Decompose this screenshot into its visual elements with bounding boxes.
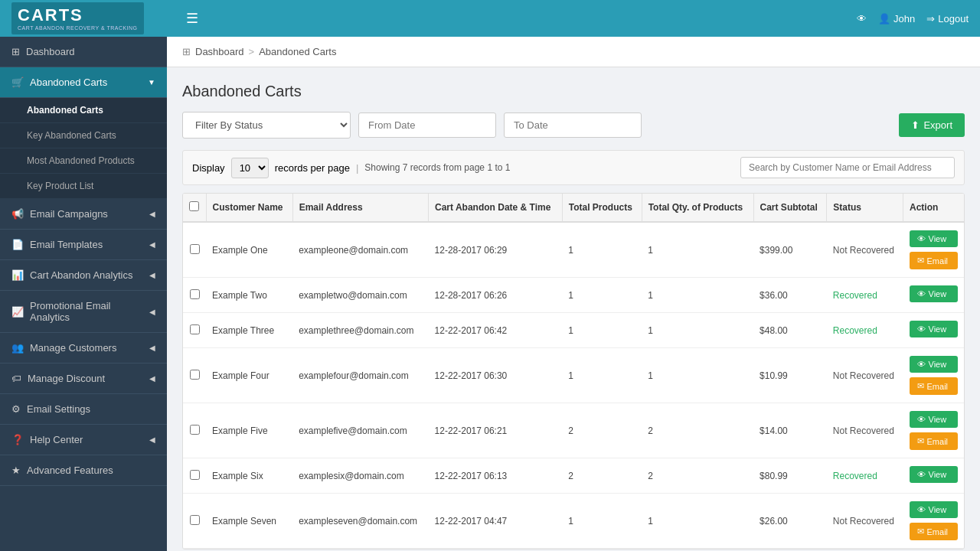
view-button-1[interactable]: 👁 View — [910, 285, 958, 302]
sidebar-label-dashboard: Dashboard — [26, 46, 75, 57]
showing-text: Showing 7 records from page 1 to 1 — [364, 162, 510, 173]
user-link[interactable]: 👤 John — [878, 13, 915, 24]
row-date: 12-22-2017 06:42 — [429, 313, 563, 348]
row-email: exampletwo@domain.com — [292, 278, 428, 313]
breadcrumb-separator: > — [249, 46, 255, 57]
email-button-6[interactable]: ✉ Email — [910, 523, 958, 540]
row-checkbox-cell — [183, 494, 206, 549]
row-total-qty: 1 — [642, 313, 753, 348]
email-campaigns-icon: 📢 — [11, 208, 24, 220]
view-button-0[interactable]: 👁 View — [910, 230, 958, 247]
export-button[interactable]: ⬆ Export — [899, 113, 965, 137]
table-body: Example One exampleone@domain.com 12-28-… — [183, 222, 964, 549]
cart-abandon-analytics-icon: 📊 — [11, 269, 24, 281]
sidebar-item-promotional-email-analytics[interactable]: 📈 Promotional Email Analytics ◀ — [0, 291, 167, 333]
sidebar-label-cart-abandon-analytics: Cart Abandon Analytics — [30, 269, 132, 281]
submenu-item-abandoned-carts[interactable]: Abandoned Carts — [0, 98, 167, 123]
row-action: 👁 View ✉ Email — [903, 348, 964, 403]
sidebar-label-advanced-features: Advanced Features — [27, 465, 113, 476]
sidebar-item-email-settings[interactable]: ⚙ Email Settings — [0, 394, 167, 425]
search-input[interactable] — [740, 157, 955, 178]
row-checkbox-6[interactable] — [190, 515, 200, 525]
header-total-products: Total Products — [562, 194, 642, 222]
row-checkbox-cell — [183, 458, 206, 494]
caret-icon: ▼ — [148, 78, 155, 86]
row-checkbox-1[interactable] — [190, 289, 200, 299]
email-templates-icon: 📄 — [11, 239, 24, 250]
dashboard-icon: ⊞ — [11, 46, 20, 57]
sidebar: ⊞ Dashboard 🛒 Abandoned Carts ▼ Abandone… — [0, 37, 167, 551]
row-checkbox-5[interactable] — [190, 470, 200, 480]
table-row: Example Two exampletwo@domain.com 12-28-… — [183, 278, 964, 313]
row-checkbox-cell — [183, 222, 206, 278]
submenu-item-key-product-list[interactable]: Key Product List — [0, 174, 167, 199]
row-email: exampleseven@domain.com — [292, 494, 428, 549]
view-button-3[interactable]: 👁 View — [910, 356, 958, 373]
row-total-products: 1 — [562, 222, 642, 278]
row-checkbox-cell — [183, 313, 206, 348]
email-button-3[interactable]: ✉ Email — [910, 377, 958, 395]
sidebar-item-abandoned-carts[interactable]: 🛒 Abandoned Carts ▼ — [0, 67, 167, 98]
row-checkbox-cell — [183, 348, 206, 403]
data-table-wrapper: Customer Name Email Address Cart Abandon… — [182, 193, 965, 549]
eye-icon-2: 👁 — [917, 324, 926, 334]
top-navbar: CARTS CART ABANDON RECOVERY & TRACKING ☰… — [0, 0, 980, 37]
mail-icon-6: ✉ — [917, 527, 924, 536]
abandoned-carts-table: Customer Name Email Address Cart Abandon… — [183, 194, 964, 549]
from-date-input[interactable] — [358, 112, 496, 138]
row-total-qty: 2 — [642, 458, 753, 494]
email-button-4[interactable]: ✉ Email — [910, 432, 958, 450]
breadcrumb-home-icon: ⊞ — [182, 46, 191, 57]
row-total-products: 1 — [562, 348, 642, 403]
row-checkbox-3[interactable] — [190, 370, 200, 380]
sidebar-item-dashboard[interactable]: ⊞ Dashboard — [0, 37, 167, 67]
sidebar-item-email-campaigns[interactable]: 📢 Email Campaigns ◀ — [0, 199, 167, 230]
view-button-6[interactable]: 👁 View — [910, 501, 958, 518]
email-settings-icon: ⚙ — [11, 403, 21, 415]
to-date-input[interactable] — [504, 112, 642, 138]
row-checkbox-4[interactable] — [190, 425, 200, 435]
row-subtotal: $26.00 — [753, 494, 827, 549]
row-status: Not Recovered — [827, 222, 903, 278]
pipe-separator: | — [356, 162, 358, 174]
row-customer-name: Example Five — [206, 403, 292, 458]
sidebar-item-manage-discount[interactable]: 🏷 Manage Discount ◀ — [0, 364, 167, 394]
sidebar-item-manage-customers[interactable]: 👥 Manage Customers ◀ — [0, 333, 167, 364]
row-status: Recovered — [827, 458, 903, 494]
row-customer-name: Example Three — [206, 313, 292, 348]
hamburger-icon[interactable]: ☰ — [186, 10, 198, 27]
eye-icon[interactable]: 👁 — [857, 13, 867, 24]
row-email: examplesix@domain.com — [292, 458, 428, 494]
header-customer-name: Customer Name — [206, 194, 292, 222]
row-date: 12-28-2017 06:26 — [429, 278, 563, 313]
row-action: 👁 View ✉ Email — [903, 494, 964, 549]
logout-link[interactable]: ⇒ Logout — [926, 13, 969, 24]
eye-icon-3: 👁 — [917, 360, 926, 369]
breadcrumb-home[interactable]: Dashboard — [195, 46, 244, 57]
submenu-item-key-abandoned-carts[interactable]: Key Abandoned Carts — [0, 123, 167, 148]
row-status: Not Recovered — [827, 403, 903, 458]
sidebar-item-help-center[interactable]: ❓ Help Center ◀ — [0, 425, 167, 455]
row-action: 👁 View ✉ Email — [903, 222, 964, 278]
row-customer-name: Example Seven — [206, 494, 292, 549]
help-center-icon: ❓ — [11, 434, 24, 445]
submenu-item-most-abandoned-products[interactable]: Most Abandoned Products — [0, 148, 167, 174]
sidebar-item-advanced-features[interactable]: ★ Advanced Features — [0, 455, 167, 486]
filter-by-status[interactable]: Filter By Status Recovered Not Recovered — [182, 112, 351, 139]
row-customer-name: Example Six — [206, 458, 292, 494]
header-cart-abandon-date: Cart Abandon Date & Time — [429, 194, 563, 222]
select-all-checkbox[interactable] — [189, 201, 199, 211]
eye-icon-5: 👁 — [917, 470, 926, 479]
sidebar-item-cart-abandon-analytics[interactable]: 📊 Cart Abandon Analytics ◀ — [0, 260, 167, 291]
row-checkbox-0[interactable] — [190, 244, 200, 254]
row-status: Not Recovered — [827, 348, 903, 403]
row-total-products: 1 — [562, 278, 642, 313]
view-button-5[interactable]: 👁 View — [910, 466, 958, 483]
row-checkbox-2[interactable] — [190, 324, 200, 334]
records-per-page-select[interactable]: 10 25 50 — [231, 158, 269, 178]
sidebar-item-email-templates[interactable]: 📄 Email Templates ◀ — [0, 230, 167, 260]
email-button-0[interactable]: ✉ Email — [910, 252, 958, 269]
view-button-4[interactable]: 👁 View — [910, 411, 958, 428]
row-total-qty: 1 — [642, 348, 753, 403]
view-button-2[interactable]: 👁 View — [910, 321, 958, 337]
